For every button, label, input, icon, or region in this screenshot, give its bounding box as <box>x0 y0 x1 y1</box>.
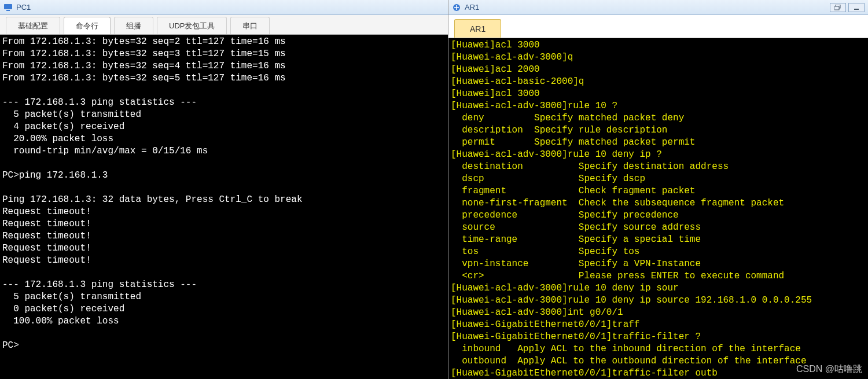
svg-rect-1 <box>6 10 10 11</box>
tab-cli[interactable]: 命令行 <box>64 17 111 34</box>
ar1-title: AR1 <box>465 3 479 12</box>
pc-icon <box>3 3 13 12</box>
tab-multicast[interactable]: 组播 <box>114 17 153 34</box>
restore-button[interactable] <box>830 3 846 12</box>
window-controls <box>830 3 865 12</box>
pc1-tabs: 基础配置 命令行 组播 UDP发包工具 串口 <box>0 15 448 35</box>
ar1-tabs: AR1 <box>448 15 868 38</box>
svg-rect-0 <box>4 4 12 9</box>
router-icon <box>452 3 461 12</box>
pc1-title: PC1 <box>16 3 31 12</box>
tab-udp-tool[interactable]: UDP发包工具 <box>157 17 227 34</box>
pc1-window: PC1 基础配置 命令行 组播 UDP发包工具 串口 From 172.168.… <box>0 0 448 379</box>
tab-basic-config[interactable]: 基础配置 <box>6 17 60 34</box>
ar1-titlebar[interactable]: AR1 <box>448 0 868 15</box>
minimize-button[interactable] <box>848 3 865 12</box>
tab-ar1[interactable]: AR1 <box>454 19 501 38</box>
ar1-window: AR1 AR1 [Huawei]acl 3000 [Huawei-acl-adv… <box>448 0 868 379</box>
pc1-titlebar[interactable]: PC1 <box>0 0 448 15</box>
tab-serial[interactable]: 串口 <box>230 17 270 34</box>
svg-rect-4 <box>834 6 839 10</box>
pc1-terminal[interactable]: From 172.168.1.3: bytes=32 seq=2 ttl=127… <box>0 35 448 379</box>
ar1-terminal[interactable]: [Huawei]acl 3000 [Huawei-acl-adv-3000]q … <box>448 38 868 379</box>
